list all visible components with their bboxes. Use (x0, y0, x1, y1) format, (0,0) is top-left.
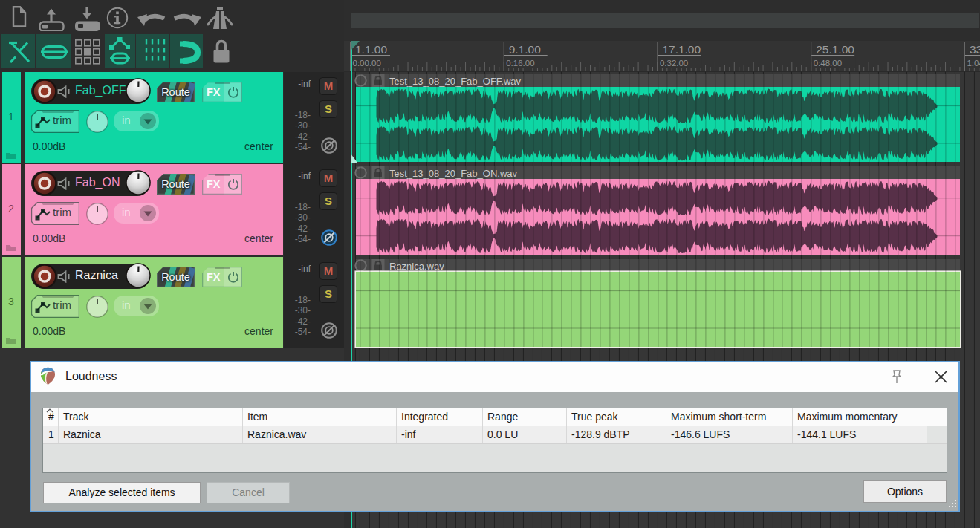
svg-text:25.1.00: 25.1.00 (816, 43, 854, 56)
svg-text:17.1.00: 17.1.00 (662, 43, 701, 56)
svg-text:9.1.00: 9.1.00 (509, 43, 541, 56)
svg-text:0:16.00: 0:16.00 (506, 59, 534, 68)
svg-text:0:00.00: 0:00.00 (353, 59, 381, 68)
svg-text:33.1.00: 33.1.00 (970, 43, 980, 56)
svg-text:0:32.00: 0:32.00 (660, 59, 688, 68)
svg-text:0:48.00: 0:48.00 (814, 59, 842, 68)
svg-text:1:04.00: 1:04.00 (967, 59, 980, 68)
